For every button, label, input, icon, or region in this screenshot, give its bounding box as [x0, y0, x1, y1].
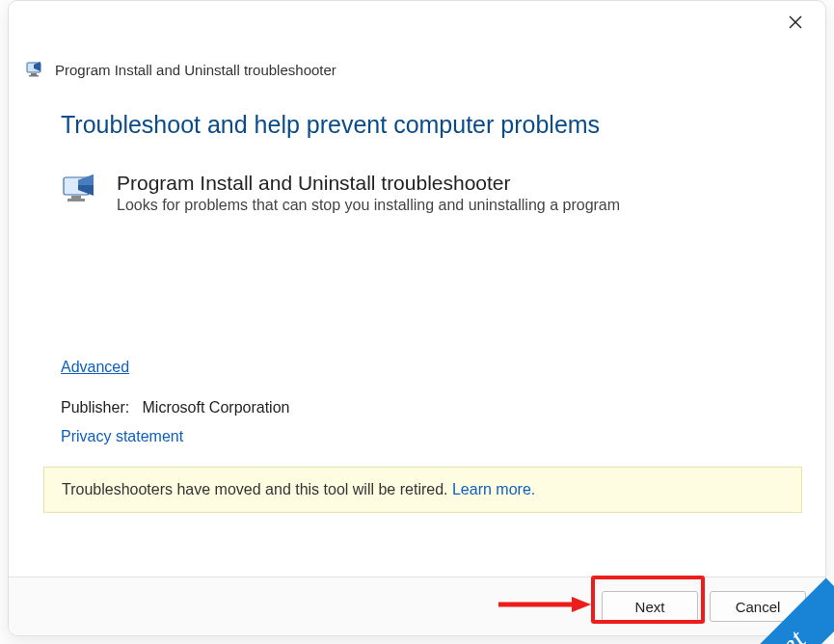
troubleshooter-small-icon: [26, 61, 45, 78]
footer: Next Cancel: [9, 577, 825, 635]
troubleshooter-title: Program Install and Uninstall troublesho…: [117, 172, 620, 195]
publisher-value: Microsoft Corporation: [143, 399, 290, 416]
troubleshooter-large-icon: [61, 172, 99, 210]
svg-rect-4: [29, 75, 39, 77]
learn-more-link[interactable]: Learn more.: [452, 481, 535, 497]
svg-rect-3: [31, 73, 37, 75]
privacy-statement-link[interactable]: Privacy statement: [61, 428, 183, 445]
svg-marker-10: [78, 174, 94, 185]
publisher-row: Publisher: Microsoft Corporation: [61, 399, 773, 416]
svg-rect-7: [71, 196, 81, 199]
header-title: Program Install and Uninstall troublesho…: [55, 62, 336, 78]
retirement-notice: Troubleshooters have moved and this tool…: [43, 467, 802, 513]
advanced-link[interactable]: Advanced: [61, 359, 129, 375]
cancel-button[interactable]: Cancel: [710, 591, 806, 622]
publisher-label: Publisher:: [61, 399, 129, 416]
page-heading: Troubleshoot and help prevent computer p…: [61, 111, 773, 139]
troubleshooter-block: Program Install and Uninstall troublesho…: [61, 172, 773, 214]
next-button[interactable]: Next: [602, 591, 698, 622]
notice-text: Troubleshooters have moved and this tool…: [62, 481, 452, 497]
svg-rect-8: [67, 199, 85, 201]
troubleshooter-description: Looks for problems that can stop you ins…: [117, 197, 620, 214]
close-icon: [789, 15, 802, 29]
header: Program Install and Uninstall troublesho…: [9, 1, 825, 78]
troubleshooter-text: Program Install and Uninstall troublesho…: [117, 172, 620, 214]
close-button[interactable]: [779, 9, 812, 36]
content-area: Troubleshoot and help prevent computer p…: [9, 78, 825, 577]
troubleshooter-window: Program Install and Uninstall troublesho…: [8, 0, 826, 636]
